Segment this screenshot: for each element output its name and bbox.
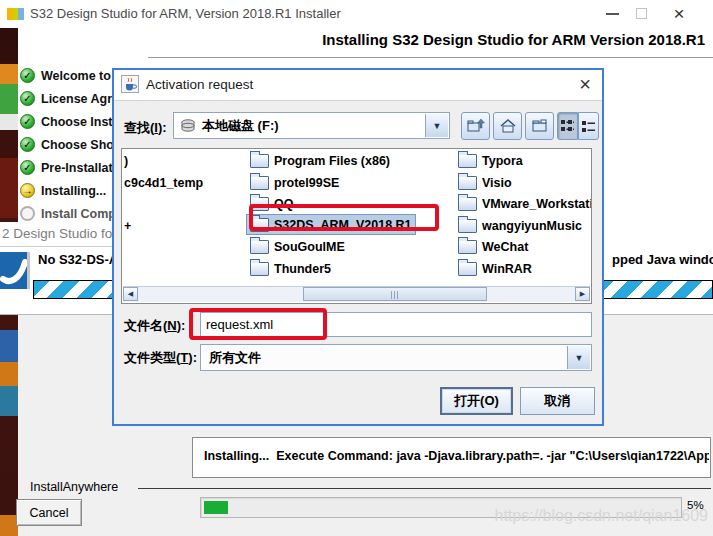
installanywhere-app-icon — [0, 252, 30, 289]
console-output-text: Installing... Execute Command: java -Dja… — [204, 449, 709, 463]
dialog-close-icon[interactable]: × — [572, 71, 598, 97]
step-done-icon: ✓ — [20, 114, 35, 129]
folder-icon — [250, 262, 269, 276]
dialog-title-bar: Activation request × — [114, 70, 602, 101]
grid-view-icon — [561, 120, 574, 133]
file-name-label: 文件名(N): — [124, 317, 185, 335]
look-in-label: 查找(I): — [124, 119, 167, 137]
step-pending-icon — [20, 206, 35, 221]
status-text-right-fragment: pped Java window — [612, 252, 713, 267]
scrollbar-thumb[interactable] — [303, 287, 487, 301]
home-icon — [499, 118, 517, 134]
chevron-down-icon[interactable]: ▼ — [425, 114, 448, 137]
list-item[interactable]: Visio — [458, 173, 512, 192]
activation-request-dialog: Activation request × 查找(I): 本地磁盘 (F:) ▼ … — [112, 68, 604, 426]
file-type-value: 所有文件 — [209, 349, 261, 367]
look-in-value: 本地磁盘 (F:) — [202, 117, 279, 135]
install-progress-fill — [204, 501, 228, 514]
step-done-icon: ✓ — [20, 91, 35, 106]
list-item[interactable]: + — [124, 216, 131, 235]
screen: S32 Design Studio for ARM, Version 2018.… — [0, 0, 713, 536]
installanywhere-label: InstallAnywhere — [30, 480, 118, 494]
disk-drive-icon — [180, 119, 196, 133]
list-view-button[interactable] — [578, 112, 599, 140]
maximize-icon[interactable] — [636, 8, 647, 19]
list-item[interactable]: WeChat — [458, 237, 528, 256]
step-active-icon: → — [20, 183, 35, 198]
scroll-left-icon[interactable]: ◀ — [123, 287, 138, 301]
step-choose-shortcut: ✓Choose Sho — [20, 133, 112, 156]
open-button[interactable]: 打开(O) — [440, 387, 513, 415]
folder-icon — [458, 240, 477, 254]
list-view-icon — [582, 120, 595, 133]
up-folder-icon — [467, 118, 485, 134]
list-item[interactable]: WinRAR — [458, 259, 532, 278]
main-cancel-button[interactable]: Cancel — [16, 499, 82, 526]
folder-icon — [250, 176, 269, 190]
folder-icon — [458, 176, 477, 190]
grid-view-button[interactable] — [557, 112, 578, 140]
step-done-icon: ✓ — [20, 137, 35, 152]
red-annotation-box-selected-folder — [249, 204, 439, 231]
file-type-combobox[interactable]: 所有文件 ▼ — [200, 344, 592, 371]
list-item[interactable]: wangyiyunMusic — [458, 216, 582, 235]
folder-icon — [250, 154, 269, 168]
dialog-title: Activation request — [146, 77, 253, 92]
red-annotation-box-filename — [189, 308, 327, 340]
watermark-text: https://blog.csdn.net/qian1609 — [420, 507, 708, 525]
status-text-left-fragment: No S32-DS-A — [38, 252, 118, 267]
home-button[interactable] — [493, 112, 522, 140]
step-done-icon: ✓ — [20, 68, 35, 83]
step-done-icon: ✓ — [20, 160, 35, 175]
main-title-bar: S32 Design Studio for ARM, Version 2018.… — [0, 0, 713, 28]
dialog-cancel-button[interactable]: 取消 — [520, 387, 595, 415]
nxp-logo-icon — [7, 8, 24, 20]
horizontal-scrollbar[interactable]: ◀ ▶ — [123, 286, 590, 302]
look-in-combobox[interactable]: 本地磁盘 (F:) ▼ — [173, 112, 450, 139]
java-cup-icon — [121, 75, 139, 93]
list-item[interactable]: ) — [124, 151, 128, 170]
close-icon[interactable]: × — [668, 2, 690, 26]
list-item[interactable]: c9c4d1_temp — [124, 173, 203, 192]
folder-icon — [458, 197, 477, 211]
list-item[interactable]: protel99SE — [250, 173, 339, 192]
folder-icon — [458, 262, 477, 276]
step-installing: →Installing... — [20, 179, 112, 202]
file-type-label: 文件类型(T): — [124, 349, 197, 367]
list-item[interactable]: Typora — [458, 151, 523, 170]
installanywhere-divider — [138, 488, 711, 489]
folder-icon — [458, 219, 477, 233]
installer-header-title: Installing S32 Design Studio for ARM Ver… — [322, 31, 705, 48]
background-title-separator — [0, 246, 113, 247]
step-pre-install: ✓Pre-Installati — [20, 156, 112, 179]
list-item[interactable]: Program Files (x86) — [250, 151, 390, 170]
header-separator — [148, 57, 713, 59]
folder-icon — [458, 154, 477, 168]
chevron-down-icon[interactable]: ▼ — [567, 346, 590, 369]
minimize-icon[interactable] — [606, 13, 619, 15]
up-folder-button[interactable] — [461, 112, 490, 140]
list-item[interactable]: Thunder5 — [250, 259, 331, 278]
new-folder-button[interactable] — [525, 112, 554, 140]
step-choose-install: ✓Choose Insta — [20, 110, 112, 133]
install-steps-list: ✓Welcome to t ✓License Agre ✓Choose Inst… — [20, 64, 112, 225]
scroll-right-icon[interactable]: ▶ — [575, 287, 590, 301]
new-folder-icon — [531, 118, 549, 134]
list-item[interactable]: VMware_Workstation — [458, 194, 592, 213]
list-item[interactable]: SouGoulME — [250, 237, 345, 256]
step-license: ✓License Agre — [20, 87, 112, 110]
step-welcome: ✓Welcome to t — [20, 64, 112, 87]
folder-icon — [250, 240, 269, 254]
main-window-title: S32 Design Studio for ARM, Version 2018.… — [30, 6, 341, 21]
background-window-title-fragment: 2 Design Studio fo — [2, 226, 112, 241]
